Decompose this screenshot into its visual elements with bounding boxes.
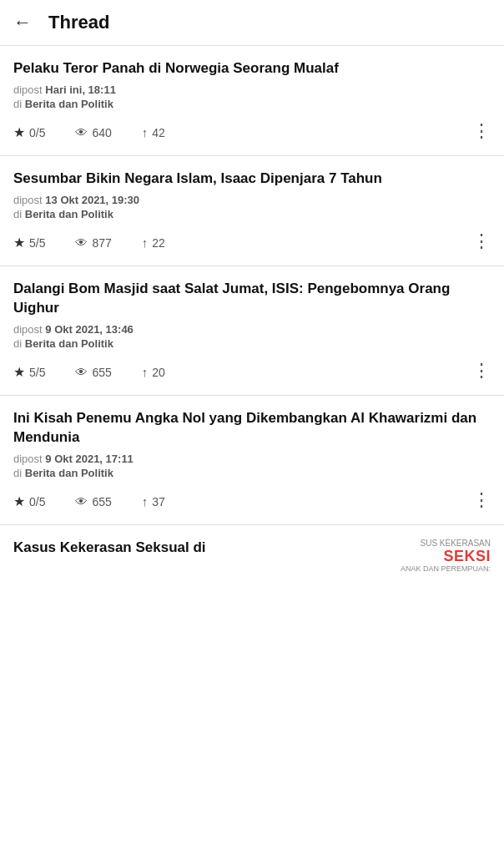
category: Berita dan Politik [25,337,113,350]
thread-title: Dalangi Bom Masjid saat Salat Jumat, ISI… [13,280,491,318]
category: Berita dan Politik [25,98,113,110]
posted-time: 9 Okt 2021, 13:46 [45,323,134,336]
replies-value: 20 [152,366,165,379]
posted-time: 9 Okt 2021, 17:11 [45,453,134,465]
views-stat: 👁 640 [75,125,111,139]
replies-value: 37 [152,495,165,508]
eye-icon: 👁 [75,235,88,250]
thread-stats: ★ 5/5 👁 655 ↑ 20 ⋮ [13,352,491,395]
rating-value: 0/5 [29,126,45,139]
posted-label: dipost [13,323,43,336]
replies-stat: ↑ 42 [142,125,165,139]
thread-item[interactable]: Pelaku Teror Panah di Norwegia Seorang M… [0,46,504,156]
category-label: di [13,337,22,350]
rating-value: 5/5 [29,366,45,379]
thread-posted-meta: dipost 9 Okt 2021, 17:11 [13,453,491,465]
star-icon: ★ [13,493,25,509]
star-icon: ★ [13,124,25,140]
thread-posted-meta: dipost 9 Okt 2021, 13:46 [13,323,491,336]
header: ← Thread [0,0,504,46]
eye-icon: 👁 [75,365,88,379]
rating-value: 5/5 [29,236,45,250]
thread-item[interactable]: Sesumbar Bikin Negara Islam, Isaac Dipen… [0,156,504,266]
posted-time: 13 Okt 2021, 19:30 [45,194,139,206]
star-icon: ★ [13,364,25,380]
thread-item-partial[interactable]: Kasus Kekerasan Seksual di SUS KEKERASAN… [0,525,504,574]
posted-label: dipost [13,194,43,206]
page-title: Thread [48,12,109,33]
thread-item[interactable]: Dalangi Bom Masjid saat Salat Jumat, ISI… [0,266,504,396]
category-label: di [13,208,22,220]
views-value: 655 [92,495,111,508]
replies-value: 42 [152,126,165,139]
thread-stats: ★ 0/5 👁 640 ↑ 42 ⋮ [13,112,491,155]
views-stat: 👁 655 [75,365,111,379]
thread-category-meta: di Berita dan Politik [13,208,491,220]
thread-list: Pelaku Teror Panah di Norwegia Seorang M… [0,46,504,574]
thread-posted-meta: dipost Hari ini, 18:11 [13,83,491,96]
replies-stat: ↑ 22 [142,235,165,250]
category: Berita dan Politik [25,467,113,479]
eye-icon: 👁 [75,494,88,508]
sus-main-text: SEKSI [443,549,491,565]
views-value: 877 [92,236,111,250]
thread-item[interactable]: Ini Kisah Penemu Angka Nol yang Dikemban… [0,396,504,525]
rating-value: 0/5 [29,495,45,508]
reply-icon: ↑ [142,365,149,379]
sus-top-text: SUS KEKERASAN [421,539,491,549]
thread-title: Sesumbar Bikin Negara Islam, Isaac Dipen… [13,169,491,189]
thread-stats: ★ 5/5 👁 877 ↑ 22 ⋮ [13,222,491,266]
thread-title: Ini Kisah Penemu Angka Nol yang Dikemban… [13,409,491,448]
more-button[interactable]: ⋮ [472,491,491,513]
sus-badge: SUS KEKERASAN SEKSI ANAK DAN PEREMPUAN: [401,539,491,574]
rating-stat: ★ 5/5 [13,364,45,380]
eye-icon: 👁 [75,125,88,139]
posted-label: dipost [13,83,43,96]
views-value: 640 [92,126,111,139]
more-button[interactable]: ⋮ [472,362,491,383]
category-label: di [13,467,22,479]
reply-icon: ↑ [142,235,149,250]
rating-stat: ★ 0/5 [13,493,45,509]
more-button[interactable]: ⋮ [472,122,491,144]
replies-stat: ↑ 37 [142,494,165,508]
replies-stat: ↑ 20 [142,365,165,379]
views-value: 655 [92,366,111,379]
reply-icon: ↑ [142,494,149,508]
thread-stats: ★ 0/5 👁 655 ↑ 37 ⋮ [13,481,491,524]
thread-title: Pelaku Teror Panah di Norwegia Seorang M… [13,59,491,78]
star-icon: ★ [13,235,25,250]
rating-stat: ★ 5/5 [13,235,45,250]
thread-posted-meta: dipost 13 Okt 2021, 19:30 [13,194,491,206]
rating-stat: ★ 0/5 [13,124,45,140]
thread-category-meta: di Berita dan Politik [13,337,491,350]
thread-title-partial: Kasus Kekerasan Seksual di [13,539,394,558]
posted-time: Hari ini, 18:11 [45,83,116,96]
posted-label: dipost [13,453,43,465]
views-stat: 👁 877 [75,235,111,250]
back-button[interactable]: ← [13,12,32,33]
views-stat: 👁 655 [75,494,111,508]
thread-category-meta: di Berita dan Politik [13,467,491,479]
category: Berita dan Politik [25,208,113,220]
replies-value: 22 [152,236,165,250]
sus-bottom-text: ANAK DAN PEREMPUAN: [401,564,491,574]
more-button[interactable]: ⋮ [472,232,491,254]
thread-category-meta: di Berita dan Politik [13,98,491,110]
category-label: di [13,98,22,110]
reply-icon: ↑ [142,125,149,139]
